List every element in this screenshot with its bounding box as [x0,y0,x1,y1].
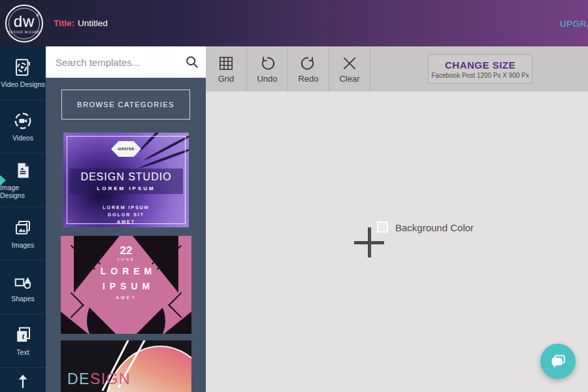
chat-bubble-icon [548,351,568,371]
sidebar-item-label: Videos [12,134,33,142]
sidebar-item-videos[interactable]: Videos [0,100,46,154]
logo-subtext: DESIGN WIZARD [8,31,40,34]
svg-text:t: t [22,332,25,341]
grid-button[interactable]: Grid [206,46,247,91]
images-icon [13,218,33,238]
template-thumbnail-design-studio[interactable]: · HIPSTER · DESIGN STUDIO LOREM IPSUM LO… [63,133,189,227]
hipster-badge: · HIPSTER · [111,141,141,157]
grid-icon [218,55,235,72]
clear-button[interactable]: Clear [329,46,370,91]
change-size-dimensions: Facebook Post 1200 Px X 900 Px [431,72,529,79]
background-color-label: Background Color [395,222,474,233]
title-label: Title: [54,18,74,28]
undo-icon [259,55,276,72]
template-title-band: DESIGN STUDIO LOREM IPSUM [69,169,183,194]
design-wizard-logo[interactable]: dwx DESIGN WIZARD [5,5,43,42]
active-item-arrow-icon [0,175,6,186]
sidebar-item-upload[interactable] [0,368,46,392]
title-value[interactable]: Untitled [78,18,108,28]
sidebar-item-label: Images [12,241,34,249]
shapes-icon [13,272,33,291]
sidebar-item-video-designs[interactable]: Video Designs [0,46,46,100]
browse-categories-button[interactable]: BROWSE CATEGORIES [61,90,190,120]
template-title: DESIGN [67,370,131,388]
search-input[interactable] [46,46,206,78]
geometric-art [61,312,88,334]
template-thumbnail-design-gradient[interactable]: DESIGN [61,340,191,392]
undo-button[interactable]: Undo [247,46,288,91]
sidebar-item-images[interactable]: Images [0,207,46,261]
left-sidebar: Video Designs Videos [0,46,46,392]
change-size-button[interactable]: CHANGE SIZE Facebook Post 1200 Px X 900 … [428,54,532,84]
redo-button[interactable]: Redo [288,46,329,91]
upload-arrow-icon [14,371,31,391]
top-header-bar: dwx DESIGN WIZARD Title: Untitled UPGRAD… [0,0,588,46]
sidebar-item-label: Shapes [11,295,35,302]
search-icon[interactable] [185,55,199,69]
sidebar-item-shapes[interactable]: Shapes [0,261,46,314]
text-icon: t [13,325,33,345]
design-canvas[interactable]: Background Color [206,91,588,392]
canvas-toolbar: Grid Undo Redo [206,46,588,91]
template-thumbnail-june-22[interactable]: 22 JUNE LOREM IPSUM AMET [61,236,191,334]
chat-widget-button[interactable] [540,344,576,379]
templates-panel: BROWSE CATEGORIES · HIPSTER · DESIGN STU… [46,46,206,392]
template-text: 22 JUNE LOREM IPSUM AMET [61,245,191,300]
template-subtitle: LOREM IPSUM [97,186,155,191]
upgrade-link[interactable]: UPGRADE [560,19,588,29]
template-search-bar [46,46,206,78]
video-designs-icon [13,57,33,77]
template-body-text: LOREM IPSUM DOLOR SIT AMET [63,204,189,226]
background-color-swatch[interactable] [377,221,388,233]
sidebar-item-label: Video Designs [1,80,45,88]
clear-icon [341,55,358,72]
sidebar-item-label: Image Designs [0,184,46,199]
template-title: DESIGN STUDIO [80,171,171,183]
change-size-label: CHANGE SIZE [445,59,515,71]
sidebar-item-image-designs[interactable]: Image Designs [0,154,46,207]
sidebar-item-text[interactable]: t Text [0,314,46,368]
app-window: dwx DESIGN WIZARD Title: Untitled UPGRAD… [0,0,588,392]
sidebar-item-label: Text [16,348,29,356]
logo-text: dwx [14,14,35,29]
image-designs-icon [13,161,33,180]
videos-icon [13,111,33,131]
document-title: Title: Untitled [54,0,108,46]
redo-icon [300,55,317,72]
